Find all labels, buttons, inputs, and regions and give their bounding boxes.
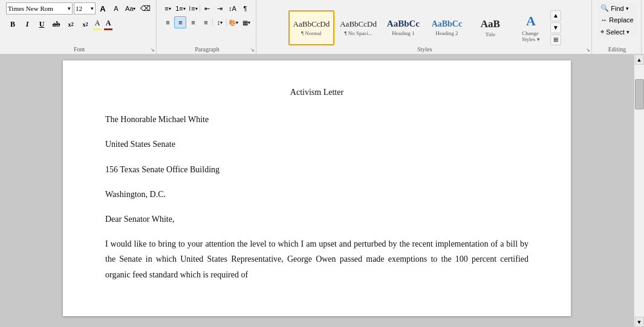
style-heading1-preview: AaBbCc <box>387 19 420 29</box>
grow-font-button[interactable]: A <box>97 2 109 15</box>
replace-icon: ↔ <box>600 16 607 24</box>
scroll-up-button[interactable]: ▲ <box>635 54 644 65</box>
find-icon: 🔍 <box>600 4 609 12</box>
find-button[interactable]: 🔍 Find ▾ <box>597 2 636 14</box>
increase-indent-button[interactable]: ⇥ <box>213 2 226 15</box>
address-line4: Washington, D.C. <box>105 187 529 202</box>
styles-scroll-up[interactable]: ▲ <box>550 10 561 21</box>
style-title-preview: AaB <box>481 18 500 30</box>
style-heading2-label: Heading 2 <box>435 30 458 36</box>
numbering-button[interactable]: 1≡▾ <box>174 2 186 15</box>
font-size-text: 12 <box>76 5 82 12</box>
style-title-label: Title <box>486 31 496 37</box>
paragraph-group-label: Paragraph <box>158 46 256 53</box>
styles-group: AaBbCcDd ¶ Normal AaBbCcDd ¶ No Spaci...… <box>258 0 592 54</box>
select-icon: ⌖ <box>600 28 604 36</box>
editing-group-label: Editing <box>593 46 641 53</box>
style-no-spacing-label: ¶ No Spaci... <box>344 30 372 36</box>
styles-more[interactable]: ⊞ <box>550 34 561 45</box>
styles-gallery: AaBbCcDd ¶ Normal AaBbCcDd ¶ No Spaci...… <box>288 10 549 45</box>
document-scroll-area[interactable]: Activism Letter The Honorable Michael Wh… <box>0 54 634 327</box>
find-arrow-icon: ▾ <box>626 5 629 11</box>
scroll-down-button[interactable]: ▼ <box>635 317 644 327</box>
select-arrow-icon: ▾ <box>626 29 629 35</box>
decrease-indent-button[interactable]: ⇤ <box>201 2 213 15</box>
font-name-dropdown-icon[interactable]: ▾ <box>68 5 71 11</box>
font-group-label: Font <box>2 46 156 53</box>
style-heading2[interactable]: AaBbCc Heading 2 <box>426 10 468 45</box>
select-button[interactable]: ⌖ Select ▾ <box>597 26 636 37</box>
page[interactable]: Activism Letter The Honorable Michael Wh… <box>63 60 571 316</box>
align-center-button[interactable]: ≡ <box>174 16 186 28</box>
body-paragraph1: I would like to bring to your attention … <box>105 236 529 282</box>
style-title[interactable]: AaB Title <box>469 10 512 45</box>
shrink-font-button[interactable]: A <box>110 2 122 15</box>
address-line3: 156 Texas Senate Office Building <box>105 162 529 177</box>
styles-scroll-down[interactable]: ▼ <box>550 22 561 33</box>
show-formatting-button[interactable]: ¶ <box>239 2 251 15</box>
styles-group-dialog-launcher[interactable]: ↘ <box>586 47 590 53</box>
borders-button[interactable]: ▦▾ <box>240 16 252 28</box>
style-normal[interactable]: AaBbCcDd ¶ Normal <box>288 10 335 45</box>
italic-button[interactable]: I <box>21 18 34 31</box>
font-name-text: Times New Rom <box>8 5 53 12</box>
style-change-styles-preview: A <box>526 13 536 29</box>
clear-format-button[interactable]: ⌫ <box>138 2 152 15</box>
styles-group-label: Styles <box>258 46 591 53</box>
vertical-scrollbar[interactable]: ▲ ▼ <box>634 54 644 327</box>
style-heading2-preview: AaBbCc <box>432 19 463 29</box>
font-size-box[interactable]: 12 ▾ <box>74 2 96 15</box>
style-no-spacing-preview: AaBbCcDd <box>340 19 377 29</box>
app-window: Times New Rom ▾ 12 ▾ A A Aa▾ ⌫ B <box>0 0 644 327</box>
address-line1: The Honorable Michael White <box>105 112 529 127</box>
line-spacing-button[interactable]: ↕▾ <box>213 16 226 28</box>
style-change-styles[interactable]: A ChangeStyles ▾ <box>513 10 549 45</box>
salutation: Dear Senator White, <box>105 212 529 227</box>
document-title: Activism Letter <box>105 85 529 100</box>
font-name-box[interactable]: Times New Rom ▾ <box>6 2 73 15</box>
find-label: Find <box>611 5 623 12</box>
address-line2: United States Senate <box>105 137 529 152</box>
style-normal-label: ¶ Normal <box>301 30 322 36</box>
bullets-button[interactable]: ≡▾ <box>161 2 174 15</box>
align-right-button[interactable]: ≡ <box>187 16 199 28</box>
editing-group: 🔍 Find ▾ ↔ Replace ⌖ Select ▾ Editing <box>593 0 642 54</box>
style-heading1[interactable]: AaBbCc Heading 1 <box>382 10 424 45</box>
font-group-dialog-launcher[interactable]: ↘ <box>151 47 155 53</box>
font-group: Times New Rom ▾ 12 ▾ A A Aa▾ ⌫ B <box>2 0 157 54</box>
styles-scroll-arrows: ▲ ▼ ⊞ <box>550 10 561 45</box>
select-label: Select <box>606 28 625 36</box>
bold-button[interactable]: B <box>6 18 19 31</box>
underline-button[interactable]: U <box>35 18 48 31</box>
shading-button[interactable]: 🎨▾ <box>227 16 239 28</box>
style-heading1-label: Heading 1 <box>392 30 414 36</box>
justify-button[interactable]: ≡ <box>200 16 212 28</box>
text-highlight-button[interactable]: A <box>93 19 102 30</box>
font-color-button[interactable]: A <box>104 19 112 30</box>
replace-button[interactable]: ↔ Replace <box>597 15 636 25</box>
subscript-button[interactable]: x2 <box>64 18 77 31</box>
font-size-dropdown-icon[interactable]: ▾ <box>91 5 94 11</box>
scrollbar-thumb[interactable] <box>635 79 644 109</box>
sort-button[interactable]: ↕A <box>226 2 238 15</box>
document-area: Activism Letter The Honorable Michael Wh… <box>0 54 644 327</box>
style-normal-preview: AaBbCcDd <box>293 19 330 29</box>
ribbon: Times New Rom ▾ 12 ▾ A A Aa▾ ⌫ B <box>0 0 644 54</box>
style-change-styles-label: ChangeStyles ▾ <box>522 30 539 42</box>
paragraph-group: ≡▾ 1≡▾ ⁞≡▾ ⇤ ⇥ ↕A ¶ ≡ ≡ ≡ ≡ <box>158 0 256 54</box>
multilevel-button[interactable]: ⁞≡▾ <box>187 2 199 15</box>
superscript-button[interactable]: x2 <box>79 18 92 31</box>
strikethrough-button[interactable]: ab <box>50 18 63 31</box>
change-case-button[interactable]: Aa▾ <box>123 2 137 15</box>
style-no-spacing[interactable]: AaBbCcDd ¶ No Spaci... <box>336 10 381 45</box>
align-left-button[interactable]: ≡ <box>161 16 174 28</box>
replace-label: Replace <box>609 16 633 24</box>
paragraph-group-dialog-launcher[interactable]: ↘ <box>250 47 255 53</box>
